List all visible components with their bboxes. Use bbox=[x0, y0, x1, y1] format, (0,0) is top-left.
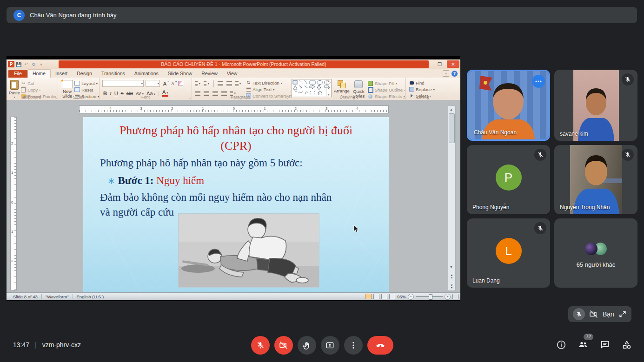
font-size-combo[interactable] bbox=[146, 80, 160, 87]
copy-button[interactable]: Copy▾ bbox=[20, 87, 57, 92]
find-button[interactable]: Find bbox=[409, 80, 439, 86]
increase-indent-icon[interactable] bbox=[226, 81, 232, 86]
shape-outline-button[interactable]: Shape Outline▾ bbox=[368, 87, 405, 92]
clipboard-icon bbox=[10, 80, 19, 90]
more-options-button[interactable] bbox=[344, 336, 363, 355]
font-dialog-launcher[interactable]: ⌟ bbox=[189, 96, 191, 99]
ppt-title-bar[interactable]: P 💾 ↶ ↻ ▾ BÁO CÁO CHUYÊN ĐỀ 1 - Microsof… bbox=[7, 59, 460, 69]
participant-tile-luan-dang[interactable]: L Luan Dang bbox=[467, 218, 550, 288]
scroll-up-icon[interactable]: ▲ bbox=[448, 106, 454, 112]
tab-file[interactable]: File bbox=[8, 70, 27, 78]
zoom-level[interactable]: 96% bbox=[397, 294, 406, 299]
zoom-out-button[interactable]: − bbox=[408, 294, 414, 300]
numbering-icon[interactable] bbox=[204, 81, 209, 86]
expand-icon[interactable] bbox=[618, 310, 627, 318]
reset-button[interactable]: Reset bbox=[74, 87, 99, 92]
layout-button[interactable]: Layout▾ bbox=[74, 80, 99, 86]
font-name-combo[interactable] bbox=[102, 80, 144, 87]
gallery-up-icon[interactable]: ▲ bbox=[328, 80, 330, 83]
slide-intro-line[interactable]: Phương pháp hô hấp nhân tạo này gồm 5 bư… bbox=[100, 157, 303, 169]
qat-customize-icon[interactable]: ▾ bbox=[38, 61, 44, 67]
vertical-scrollbar[interactable]: ▲ ▼ ▲▲ ▼▼ bbox=[448, 105, 456, 291]
bullets-icon[interactable] bbox=[195, 81, 200, 86]
slide-desc-line1[interactable]: Đảm bảo không còn mối nguy hiểm nào cho … bbox=[100, 191, 332, 204]
slide-title-line1[interactable]: Phương pháp hô hấp nhân tạo cho người bị… bbox=[83, 124, 389, 138]
grow-font-button[interactable]: A▴ bbox=[162, 81, 168, 86]
participant-tile-savane-kim[interactable]: savane kim bbox=[554, 70, 637, 141]
slide-desc-line2[interactable]: và người cấp cứu bbox=[100, 206, 174, 218]
tab-animations[interactable]: Animations bbox=[130, 70, 163, 78]
participant-tile-chau-van-ngoan[interactable]: Châu Văn Ngoan bbox=[467, 70, 550, 141]
meeting-details-button[interactable] bbox=[555, 339, 567, 351]
slide-number-indicator[interactable]: Slide 8 of 43 bbox=[9, 294, 42, 299]
language-indicator[interactable]: English (U.S.) bbox=[73, 294, 108, 299]
camera-button[interactable] bbox=[274, 336, 293, 355]
avatar: L bbox=[496, 238, 522, 264]
slide-step-line[interactable]: ∗ Bước 1: Nguy hiểm bbox=[107, 175, 204, 187]
next-slide-button[interactable]: ▼▼ bbox=[448, 283, 454, 290]
zoom-slider-thumb[interactable] bbox=[429, 294, 432, 300]
text-direction-button[interactable]: ⇅Text Direction▾ bbox=[246, 80, 294, 86]
tab-transitions[interactable]: Transitions bbox=[97, 70, 130, 78]
tab-review[interactable]: Review bbox=[197, 70, 222, 78]
decrease-indent-icon[interactable] bbox=[218, 81, 223, 86]
theme-indicator[interactable]: "Waveform" bbox=[42, 294, 73, 299]
slide-title-line2[interactable]: (CPR) bbox=[83, 139, 389, 153]
vertical-ruler[interactable]: 210 12 bbox=[10, 117, 17, 290]
restore-button[interactable]: ❐ bbox=[433, 60, 446, 68]
arrange-icon bbox=[338, 80, 346, 88]
participant-tile-nguyen-trong-nhan[interactable]: Nguyễn Trọng Nhân bbox=[554, 145, 637, 214]
participants-button[interactable]: 72 bbox=[577, 339, 589, 351]
previous-slide-button[interactable]: ▲▲ bbox=[448, 273, 454, 279]
shrink-font-button[interactable]: A▾ bbox=[170, 81, 176, 86]
quick-access-toolbar[interactable]: P 💾 ↶ ↻ ▾ bbox=[8, 61, 44, 67]
clear-formatting-icon[interactable] bbox=[178, 81, 183, 86]
paragraph-dialog-launcher[interactable]: ⌟ bbox=[286, 96, 288, 99]
leave-call-button[interactable] bbox=[367, 336, 393, 355]
arrange-button[interactable]: Arrange▾ bbox=[334, 79, 350, 97]
scrollbar-thumb[interactable] bbox=[449, 113, 455, 143]
tab-view[interactable]: View bbox=[222, 70, 242, 78]
raise-hand-button[interactable] bbox=[298, 336, 316, 355]
cut-button[interactable]: ✂Cut bbox=[20, 80, 57, 86]
help-icon[interactable]: ? bbox=[451, 71, 458, 77]
slide-sorter-view-button[interactable] bbox=[373, 294, 379, 299]
horizontal-ruler[interactable]: 43 21 01 23 4 bbox=[79, 105, 389, 113]
chat-button[interactable] bbox=[599, 339, 611, 351]
tab-insert[interactable]: Insert bbox=[51, 70, 72, 78]
camera-off-icon bbox=[589, 309, 598, 319]
tab-home[interactable]: Home bbox=[27, 69, 51, 78]
cpr-illustration[interactable] bbox=[179, 214, 319, 287]
more-dots-icon bbox=[350, 342, 357, 349]
self-view-pill[interactable]: Bạn bbox=[568, 306, 631, 322]
save-icon[interactable]: 💾 bbox=[16, 61, 22, 67]
clipboard-dialog-launcher[interactable]: ⌟ bbox=[55, 96, 57, 99]
participant-tile-phong-nguyen[interactable]: P Phong Nguyễn bbox=[467, 145, 550, 214]
normal-view-button[interactable] bbox=[365, 294, 372, 299]
fit-to-window-button[interactable] bbox=[452, 294, 458, 299]
scroll-down-icon[interactable]: ▼ bbox=[448, 264, 454, 270]
microphone-button[interactable] bbox=[251, 336, 270, 355]
gallery-down-icon[interactable]: ▼ bbox=[328, 87, 330, 90]
slideshow-view-button[interactable] bbox=[389, 294, 395, 299]
redo-icon[interactable]: ↻ bbox=[31, 61, 37, 67]
undo-icon[interactable]: ↶ bbox=[23, 61, 29, 67]
minimize-button[interactable]: – bbox=[420, 60, 432, 68]
tab-slide-show[interactable]: Slide Show bbox=[163, 70, 197, 78]
present-screen-button[interactable] bbox=[321, 336, 339, 355]
shape-fill-button[interactable]: Shape Fill▾ bbox=[368, 80, 405, 86]
tile-more-options-button[interactable] bbox=[532, 75, 545, 88]
reading-view-button[interactable] bbox=[381, 294, 387, 299]
overflow-participants-tile[interactable]: 65 người khác bbox=[554, 218, 637, 288]
drawing-dialog-launcher[interactable]: ⌟ bbox=[403, 96, 405, 99]
minimize-ribbon-icon[interactable]: ˄ bbox=[443, 70, 449, 77]
close-button[interactable]: ✕ bbox=[447, 60, 459, 68]
zoom-slider[interactable] bbox=[416, 296, 443, 297]
zoom-in-button[interactable]: + bbox=[445, 294, 451, 300]
tab-design[interactable]: Design bbox=[72, 70, 97, 78]
align-text-button[interactable]: Align Text▾ bbox=[246, 86, 294, 92]
activities-button[interactable] bbox=[621, 339, 633, 351]
replace-button[interactable]: Replace▾ bbox=[409, 86, 439, 92]
line-spacing-icon[interactable] bbox=[235, 81, 241, 86]
slide-canvas[interactable]: Phương pháp hô hấp nhân tạo cho người bị… bbox=[83, 117, 389, 293]
